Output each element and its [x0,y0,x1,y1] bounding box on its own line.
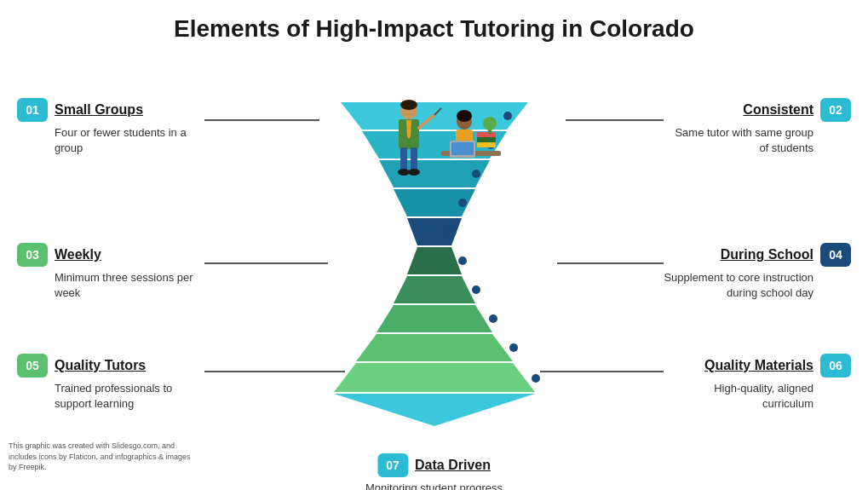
connector-05 [204,371,345,372]
badge-07: 07 [377,453,408,477]
item-02-desc: Same tutor with same group of students [664,125,851,156]
item-06: Quality Materials 06 High-quality, align… [664,354,851,412]
svg-rect-39 [477,142,496,147]
svg-point-16 [458,257,467,265]
connector-06 [540,371,664,372]
main-content: 01 Small Groups Four or fewer students i… [0,51,868,477]
badge-06: 06 [820,354,851,378]
svg-point-15 [448,228,457,236]
svg-line-30 [434,108,441,115]
connector-02 [566,119,664,121]
badge-04: 04 [820,243,851,267]
item-02: Consistent 02 Same tutor with same group… [664,98,851,156]
item-01: 01 Small Groups Four or fewer students i… [17,98,204,156]
svg-point-14 [458,199,467,207]
svg-marker-6 [394,276,475,303]
item-06-label: Quality Materials [704,358,813,373]
connector-01 [204,119,319,121]
svg-point-28 [408,169,420,176]
svg-point-19 [509,343,518,352]
illustration [349,98,520,183]
svg-rect-38 [477,137,496,142]
connector-04 [557,262,664,264]
item-07-desc: Monitoring student progress [365,481,503,490]
svg-rect-26 [411,147,417,171]
svg-point-22 [400,100,417,110]
page-title: Elements of High-Impact Tutoring in Colo… [0,0,868,51]
item-02-label: Consistent [743,102,813,118]
svg-marker-9 [334,363,535,392]
item-04-desc: Supplement to core instruction during sc… [664,270,851,301]
svg-line-29 [419,115,434,128]
svg-rect-37 [477,132,496,137]
svg-point-27 [398,169,410,176]
svg-marker-7 [377,305,492,332]
item-04-label: During School [721,247,813,262]
item-03-label: Weekly [55,247,101,262]
svg-point-32 [457,110,472,122]
connector-03 [204,262,328,264]
item-03-desc: Minimum three sessions per week [17,270,204,301]
badge-01: 01 [17,98,48,122]
svg-rect-25 [400,147,407,171]
item-04: During School 04 Supplement to core inst… [664,243,851,301]
item-05: 05 Quality Tutors Trained professionals … [17,354,204,412]
item-07-label: Data Driven [415,458,491,473]
svg-marker-5 [407,247,462,274]
badge-03: 03 [17,243,48,267]
svg-rect-36 [451,142,474,155]
footer-note: This graphic was created with Slidesgo.c… [9,441,196,473]
item-03: 03 Weekly Minimum three sessions per wee… [17,243,204,301]
item-01-label: Small Groups [55,102,143,118]
badge-02: 02 [820,98,851,122]
item-07: 07 Data Driven Monitoring student progre… [365,453,503,490]
svg-marker-10 [334,394,535,426]
svg-marker-8 [356,334,513,361]
item-05-desc: Trained professionals to support learnin… [17,381,204,412]
svg-point-17 [472,285,480,294]
item-06-desc: High-quality, aligned curriculum [664,381,851,412]
item-05-label: Quality Tutors [55,358,146,373]
item-01-desc: Four or fewer students in a group [17,125,204,156]
svg-point-20 [532,374,540,383]
badge-05: 05 [17,354,48,378]
svg-point-41 [483,117,497,130]
svg-point-18 [489,314,497,323]
